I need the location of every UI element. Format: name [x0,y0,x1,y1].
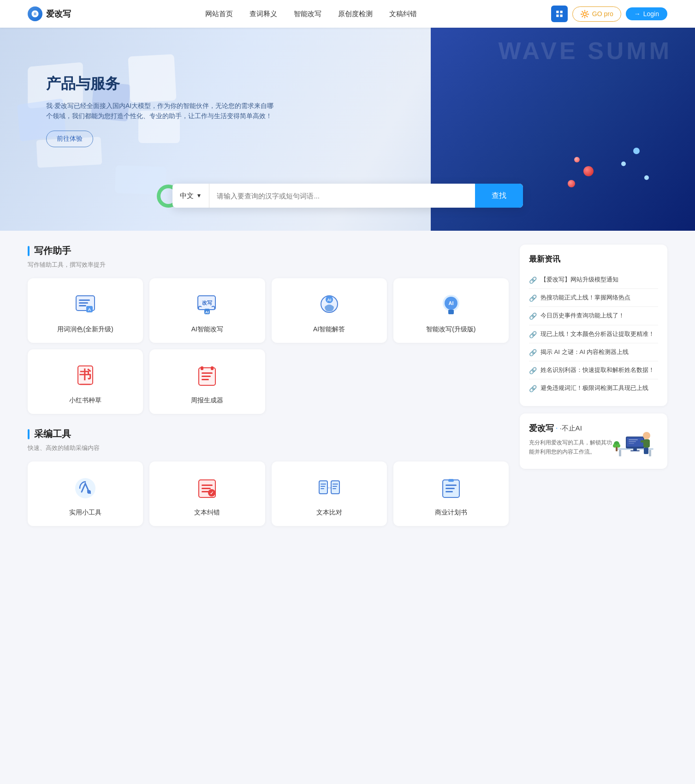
title-bar-accent [28,246,30,256]
tool-redbook[interactable]: 书 小红书种草 [28,349,143,414]
svg-rect-62 [619,450,621,456]
svg-rect-46 [331,481,339,494]
nav-original[interactable]: 原创度检测 [338,10,373,18]
promo-desc: 充分利用爱改写的工具，解锁其功能并利用您的内容工作流。 [529,438,612,456]
nav-rewrite[interactable]: 智能改写 [294,10,321,18]
search-bar: 中文 ▼ 查找 [172,184,523,208]
svg-rect-1 [560,11,562,13]
tool-smart-rewrite-name: 智能改写(升级版) [426,325,475,334]
svg-rect-39 [202,485,213,486]
svg-rect-34 [211,366,214,370]
svg-rect-58 [446,488,455,489]
editing-section: 采编工具 快速、高效的辅助采编内容 实用小工具 [28,428,509,526]
nav-home[interactable]: 网站首页 [205,10,233,18]
svg-rect-69 [629,441,636,442]
hero-desc: 我·爱改写已经全面接入国内AI大模型，作为你的智能伙伴，无论您的需求来自哪个领域… [46,101,277,121]
news-item-6[interactable]: 🔗 避免违规词汇！极限词检测工具现已上线 [529,379,658,397]
svg-rect-32 [202,379,209,380]
svg-text:AI: AI [448,300,453,306]
svg-rect-67 [630,450,640,451]
svg-rect-74 [645,440,650,443]
svg-rect-33 [201,366,203,370]
navbar: 爱改写 网站首页 查词释义 智能改写 原创度检测 文稿纠错 🔆 GO pro →… [0,0,695,28]
tool-business-plan[interactable]: 商业计划书 [393,461,509,526]
promo-title-suffix: ·不止AI [559,424,582,433]
gopro-label: GO pro [592,10,613,18]
svg-rect-60 [448,479,454,482]
tool-ai-rewrite[interactable]: 改写 AI AI智能改写 [149,278,265,343]
link-icon-6: 🔗 [529,385,537,392]
tool-word-polish-name: 用词润色(全新升级) [57,325,113,334]
promo-text-block: 爱改写 · ·不止AI 充分利用爱改写的工具，解锁其功能并利用您的内容工作流。 [529,423,612,456]
news-item-3[interactable]: 🔗 现已上线！文本颜色分析器让提取更精准！ [529,325,658,343]
svg-rect-66 [633,449,637,450]
news-item-4[interactable]: 🔗 揭示 AI 之谜：AI 内容检测器上线 [529,343,658,361]
link-icon-2: 🔗 [529,312,537,320]
link-icon-0: 🔗 [529,276,537,284]
tool-small-tools[interactable]: 实用小工具 [28,461,143,526]
link-icon-3: 🔗 [529,331,537,338]
search-lang-selector[interactable]: 中文 ▼ [172,184,210,208]
writing-title-text: 写作助手 [34,245,71,257]
svg-rect-63 [649,450,651,456]
svg-rect-52 [333,486,337,487]
tool-redbook-name: 小红书种草 [69,396,101,405]
news-item-5[interactable]: 🔗 姓名识别利器：快速提取和解析姓名数据！ [529,361,658,379]
tool-weekly-report-name: 周报生成器 [191,396,223,405]
tool-weekly-report[interactable]: 周报生成器 [149,349,265,414]
svg-rect-53 [333,488,336,489]
tool-word-polish[interactable]: A 用词润色(全新升级) [28,278,143,343]
tool-text-compare-name: 文本比对 [316,509,342,517]
grid-button[interactable] [551,6,568,22]
svg-rect-49 [321,486,325,487]
news-item-2[interactable]: 🔗 今日历史事件查询功能上线了！ [529,307,658,325]
smart-rewrite-icon: AI [437,291,465,319]
ai-answer-icon: AI [315,291,343,319]
svg-rect-76 [646,448,648,454]
hero-experience-button[interactable]: 前往体验 [46,131,93,147]
svg-rect-50 [321,488,324,489]
tool-small-tools-name: 实用小工具 [69,509,101,517]
logo[interactable]: 爱改写 [28,6,71,21]
main-right: 最新资讯 🔗 【爱改写】网站升级模型通知 🔗 热搜功能正式上线！掌握网络热点 🔗… [520,245,667,540]
tool-text-correct-name: 文本纠错 [194,509,220,517]
svg-rect-44 [319,481,327,494]
nav-dict[interactable]: 查词释义 [249,10,277,18]
news-item-0[interactable]: 🔗 【爱改写】网站升级模型通知 [529,271,658,289]
svg-rect-73 [641,440,645,443]
news-text-2: 今日历史事件查询功能上线了！ [541,311,624,320]
news-text-0: 【爱改写】网站升级模型通知 [541,275,618,284]
search-lang-text: 中文 [180,192,194,200]
svg-text:A: A [88,307,91,312]
search-button[interactable]: 查找 [475,184,523,208]
redbook-icon: 书 [71,362,99,390]
nav-proofread[interactable]: 文稿纠错 [389,10,417,18]
gopro-button[interactable]: 🔆 GO pro [572,6,621,22]
nav-actions: 🔆 GO pro → Login [551,6,667,22]
news-panel-title: 最新资讯 [529,254,658,264]
svg-text:AI: AI [327,298,331,302]
news-text-1: 热搜功能正式上线！掌握网络热点 [541,293,630,302]
svg-rect-3 [560,15,562,17]
svg-rect-59 [446,491,453,492]
svg-text:书: 书 [79,368,91,382]
svg-rect-6 [79,299,90,301]
tool-smart-rewrite[interactable]: AI 智能改写(升级版) [393,278,509,343]
writing-tool-grid: A 用词润色(全新升级) 改写 [28,278,509,414]
svg-rect-23 [448,310,454,314]
svg-text:✓: ✓ [210,491,214,496]
login-button[interactable]: → Login [626,7,667,20]
editing-tool-grid: 实用小工具 ✓ 文本 [28,461,509,526]
tool-text-compare[interactable]: ↔ 文本比对 [272,461,387,526]
promo-title: 爱改写 [529,423,554,434]
news-item-1[interactable]: 🔗 热搜功能正式上线！掌握网络热点 [529,289,658,307]
editing-section-title: 采编工具 [28,428,509,440]
svg-text:改写: 改写 [202,300,212,305]
writing-section-title: 写作助手 [28,245,509,257]
tool-ai-answer[interactable]: AI AI智能解答 [272,278,387,343]
business-plan-icon [437,474,465,502]
tool-text-correct[interactable]: ✓ 文本纠错 [149,461,265,526]
promo-panel: 爱改写 · ·不止AI 充分利用爱改写的工具，解锁其功能并利用您的内容工作流。 [520,413,667,469]
search-input[interactable] [209,184,475,208]
weekly-report-icon [193,362,221,390]
